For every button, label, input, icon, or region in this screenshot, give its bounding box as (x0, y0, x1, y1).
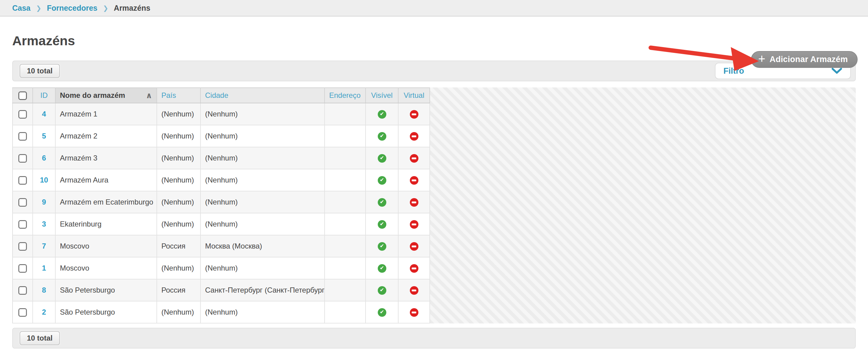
warehouse-address-cell (324, 235, 366, 257)
warehouse-country-cell: (Nenhum) (157, 169, 200, 191)
row-checkbox[interactable] (18, 286, 27, 295)
filter-label: Filtro (723, 66, 744, 76)
row-checkbox[interactable] (18, 220, 27, 229)
row-checkbox[interactable] (18, 242, 27, 251)
warehouse-address-cell (324, 103, 366, 125)
warehouse-city-cell: Москва (Москва) (200, 235, 324, 257)
warehouse-city-cell: (Nenhum) (200, 169, 324, 191)
warehouse-id-link[interactable]: 10 (40, 176, 48, 184)
warehouse-name-cell: Ekaterinburg (55, 213, 157, 235)
warehouse-address-cell (324, 301, 366, 323)
table-area: ID Nome do armazém ∧ País Cidade Endereç… (12, 87, 856, 324)
warehouse-city-cell: (Nenhum) (200, 147, 324, 169)
warehouse-id-link[interactable]: 7 (42, 242, 46, 250)
row-checkbox[interactable] (18, 110, 27, 119)
warehouse-name-cell: Armazém 3 (55, 147, 157, 169)
bottom-toolbar: 10 total (12, 328, 856, 349)
warehouse-country-cell: (Nenhum) (157, 213, 200, 235)
add-warehouse-button[interactable]: + Adicionar Armazém (751, 51, 858, 68)
warehouse-name-cell: Armazém em Ecaterimburgo (55, 191, 157, 213)
visible-status-icon (378, 198, 386, 207)
warehouse-name-cell: Armazém 2 (55, 125, 157, 147)
row-checkbox[interactable] (18, 132, 27, 141)
table-row: 3 Ekaterinburg (Nenhum) (Nenhum) (12, 213, 430, 235)
warehouse-id-link[interactable]: 5 (42, 132, 46, 140)
visible-status-icon (378, 154, 386, 163)
warehouse-city-cell: Санкт-Петербург (Санкт-Петербург) (200, 279, 324, 301)
virtual-status-icon (410, 286, 418, 295)
total-count-button-top[interactable]: 10 total (20, 64, 60, 78)
select-all-checkbox[interactable] (18, 91, 27, 100)
visible-status-icon (378, 220, 386, 229)
warehouse-city-cell: (Nenhum) (200, 125, 324, 147)
warehouse-name-cell: São Petersburgo (55, 301, 157, 323)
warehouse-address-cell (324, 147, 366, 169)
warehouse-city-cell: (Nenhum) (200, 257, 324, 279)
virtual-status-icon (410, 242, 418, 251)
warehouse-country-cell: (Nenhum) (157, 125, 200, 147)
row-checkbox[interactable] (18, 264, 27, 273)
warehouse-city-cell: (Nenhum) (200, 301, 324, 323)
warehouse-id-link[interactable]: 6 (42, 154, 46, 162)
warehouse-id-link[interactable]: 2 (42, 308, 46, 316)
warehouses-table: ID Nome do armazém ∧ País Cidade Endereç… (12, 87, 430, 324)
warehouse-id-link[interactable]: 9 (42, 198, 46, 206)
warehouse-address-cell (324, 213, 366, 235)
table-row: 7 Moscovo Россия Москва (Москва) (12, 235, 430, 257)
main-content: Armazéns + Adicionar Armazém 10 total Fi… (0, 17, 868, 349)
breadcrumb-chevron-icon: ❯ (36, 5, 41, 12)
warehouse-name-cell: Moscovo (55, 235, 157, 257)
row-checkbox[interactable] (18, 308, 27, 317)
add-warehouse-button-label: Adicionar Armazém (770, 55, 848, 64)
warehouse-name-cell: São Petersburgo (55, 279, 157, 301)
row-checkbox[interactable] (18, 176, 27, 185)
sort-ascending-icon: ∧ (143, 91, 152, 100)
warehouse-id-link[interactable]: 1 (42, 264, 46, 272)
virtual-status-icon (410, 308, 418, 317)
column-header-id[interactable]: ID (40, 91, 48, 99)
table-row: 2 São Petersburgo (Nenhum) (Nenhum) (12, 301, 430, 323)
column-header-country[interactable]: País (161, 91, 176, 99)
virtual-status-icon (410, 110, 418, 119)
column-header-address[interactable]: Endereço (329, 91, 361, 99)
warehouse-country-cell: Россия (157, 235, 200, 257)
warehouse-address-cell (324, 191, 366, 213)
table-row: 6 Armazém 3 (Nenhum) (Nenhum) (12, 147, 430, 169)
table-row: 9 Armazém em Ecaterimburgo (Nenhum) (Nen… (12, 191, 430, 213)
row-checkbox[interactable] (18, 154, 27, 163)
total-count-button-bottom[interactable]: 10 total (20, 331, 60, 345)
warehouse-city-cell: (Nenhum) (200, 191, 324, 213)
warehouse-country-cell: (Nenhum) (157, 301, 200, 323)
warehouse-id-link[interactable]: 4 (42, 110, 46, 118)
visible-status-icon (378, 308, 386, 317)
warehouse-city-cell: (Nenhum) (200, 213, 324, 235)
virtual-status-icon (410, 198, 418, 207)
table-body: 4 Armazém 1 (Nenhum) (Nenhum) 5 Armazém … (12, 103, 430, 323)
warehouse-name-cell: Moscovo (55, 257, 157, 279)
column-header-virtual[interactable]: Virtual (404, 91, 425, 99)
warehouse-name-cell: Armazém Aura (55, 169, 157, 191)
breadcrumb-suppliers-link[interactable]: Fornecedores (47, 4, 97, 12)
warehouse-address-cell (324, 257, 366, 279)
page-title: Armazéns (12, 32, 856, 50)
row-checkbox[interactable] (18, 198, 27, 207)
visible-status-icon (378, 286, 386, 295)
breadcrumb-home-link[interactable]: Casa (12, 4, 31, 12)
warehouse-id-link[interactable]: 3 (42, 220, 46, 228)
warehouse-country-cell: (Nenhum) (157, 147, 200, 169)
warehouse-country-cell: (Nenhum) (157, 191, 200, 213)
breadcrumb: Casa ❯ Fornecedores ❯ Armazéns (0, 0, 868, 17)
breadcrumb-current-page: Armazéns (114, 4, 150, 12)
warehouse-name-cell: Armazém 1 (55, 103, 157, 125)
visible-status-icon (378, 132, 386, 141)
column-header-city[interactable]: Cidade (205, 91, 228, 99)
chevron-down-icon (831, 67, 842, 74)
plus-icon: + (758, 53, 765, 65)
table-row: 1 Moscovo (Nenhum) (Nenhum) (12, 257, 430, 279)
column-header-name[interactable]: Nome do armazém ∧ (60, 91, 152, 100)
table-row: 4 Armazém 1 (Nenhum) (Nenhum) (12, 103, 430, 125)
table-header-row: ID Nome do armazém ∧ País Cidade Endereç… (12, 88, 430, 103)
warehouse-id-link[interactable]: 8 (42, 286, 46, 294)
warehouse-country-cell: (Nenhum) (157, 257, 200, 279)
column-header-visible[interactable]: Visível (371, 91, 393, 99)
